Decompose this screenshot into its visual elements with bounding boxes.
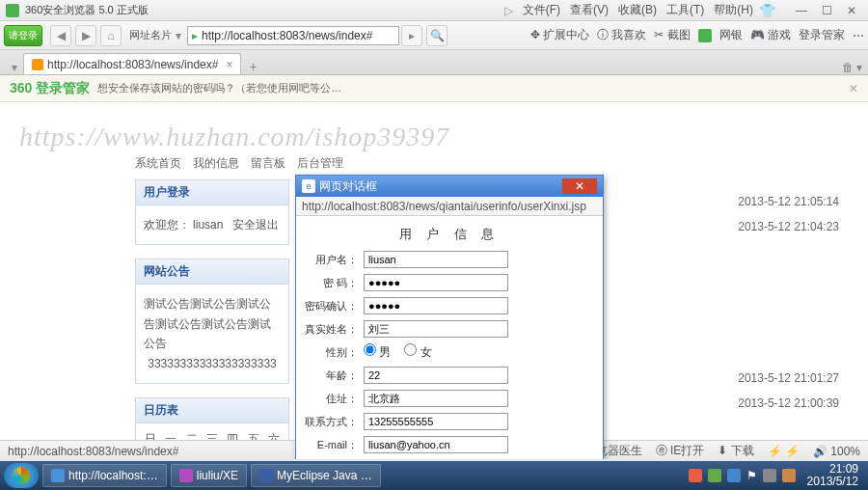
nav-home[interactable]: 系统首页 [135, 155, 181, 172]
lbl-age: 年龄： [304, 368, 364, 383]
maximize-button[interactable]: ☐ [816, 3, 837, 18]
status-download[interactable]: ⬇ 下载 [718, 443, 753, 459]
tray-icon[interactable] [708, 469, 721, 482]
menu-help[interactable]: 帮助(H) [714, 2, 753, 18]
windows-orb-icon [13, 467, 30, 484]
tool-icon[interactable] [698, 29, 712, 42]
home-button[interactable]: ⌂ [100, 25, 122, 46]
timestamp: 2013-5-12 21:04:23 [738, 214, 839, 239]
dialog-url-bar: http://localhost:8083/news/qiantai/useri… [296, 197, 603, 216]
forward-button[interactable]: ▶ [75, 25, 96, 46]
task-myeclipse[interactable]: MyEclipse Java … [251, 464, 381, 487]
login-mgr-close-icon[interactable]: ✕ [849, 82, 858, 95]
ie-icon [51, 469, 65, 482]
search-button[interactable]: 🔍 [426, 25, 448, 46]
panel-login-title: 用户登录 [136, 180, 288, 205]
input-age[interactable] [364, 367, 508, 384]
tool-more-icon[interactable]: ⋯ [853, 29, 864, 42]
system-tray: ⚑ 21:09 2013/5/12 [689, 463, 864, 488]
browser-title-bar: 360安全浏览器 5.0 正式版 ▷ 文件(F) 查看(V) 收藏(B) 工具(… [0, 0, 868, 21]
myeclipse-icon [259, 469, 273, 482]
site-nav: 系统首页 我的信息 留言板 后台管理 [135, 155, 343, 172]
start-button[interactable] [4, 463, 39, 488]
input-tel[interactable] [364, 413, 508, 430]
go-button[interactable]: ▸ [401, 25, 422, 46]
left-column: 用户登录 欢迎您： liusan 安全退出 网站公告 测试公告测试公告测试公告测… [135, 179, 289, 459]
panel-notice-body: 测试公告测试公告测试公告测试公告测试公告测试公告 333333333333333… [136, 285, 288, 383]
dialog-close-button[interactable]: ✕ [562, 178, 597, 194]
status-url: http://localhost:8083/news/index# [8, 445, 178, 458]
status-zoom[interactable]: 🔊 100% [813, 445, 860, 458]
right-column: 2013-5-12 21:05:14 2013-5-12 21:04:23 20… [738, 189, 839, 417]
dialog-body: 用 户 信 息 用户名： 密 码： 密码确认： 真实姓名： 性别： 男 女 年龄… [296, 216, 603, 459]
tray-icon[interactable] [782, 469, 796, 482]
dialog-url-text: http://localhost:8083/news/qiantai/useri… [302, 200, 586, 213]
minimize-button[interactable]: — [791, 3, 812, 18]
input-addr[interactable] [364, 390, 508, 407]
radio-female[interactable]: 女 [404, 343, 431, 361]
status-accel[interactable]: ⚡ ⚡ [768, 445, 800, 458]
tool-game[interactable]: 🎮 游戏 [750, 27, 791, 43]
tab-menu-icon[interactable]: ▾ [12, 61, 17, 74]
welcome-label: 欢迎您： [144, 218, 190, 231]
lbl-sex: 性别： [304, 345, 364, 360]
skin-icon[interactable]: 👕 [759, 3, 775, 18]
task-browser[interactable]: http://localhost:… [42, 464, 167, 487]
nav-myinfo[interactable]: 我的信息 [193, 155, 239, 172]
input-pwd2[interactable] [364, 297, 508, 314]
addr-card-label: 网址名片 [129, 28, 172, 42]
tool-bank[interactable]: 网银 [719, 27, 743, 43]
tray-icon[interactable] [763, 469, 776, 482]
tool-screenshot[interactable]: ✂ 截图 [654, 27, 690, 43]
watermark-text: https://www.huzhan.com/ishop39397 [19, 122, 449, 152]
menu-file[interactable]: 文件(F) [523, 2, 560, 18]
lbl-pwd2: 密码确认： [304, 299, 364, 313]
close-window-button[interactable]: ✕ [841, 3, 862, 18]
menu-arrow-icon[interactable]: ▷ [504, 4, 513, 17]
nav-admin[interactable]: 后台管理 [297, 155, 343, 172]
radio-male[interactable]: 男 [364, 343, 391, 361]
back-button[interactable]: ◀ [50, 25, 71, 46]
panel-notice: 网站公告 测试公告测试公告测试公告测试公告测试公告测试公告 3333333333… [135, 259, 289, 384]
page-content: https://www.huzhan.com/ishop39397 系统首页 我… [0, 102, 868, 459]
panel-login-body: 欢迎您： liusan 安全退出 [136, 205, 288, 244]
lbl-name: 真实姓名： [304, 322, 364, 337]
timestamp: 2013-5-12 21:01:27 [738, 366, 839, 391]
input-name[interactable] [364, 320, 508, 338]
tab-bar: ▾ http://localhost:8083/news/index# × + … [0, 50, 868, 75]
dialog-heading: 用 户 信 息 [304, 226, 595, 243]
tool-login-mgr[interactable]: 登录管家 [799, 27, 845, 43]
addr-dropdown-icon[interactable]: ▾ [176, 29, 181, 42]
tray-clock[interactable]: 21:09 2013/5/12 [801, 463, 864, 488]
new-tab-icon[interactable]: + [249, 59, 257, 74]
nav-msg[interactable]: 留言板 [251, 155, 285, 172]
login-button[interactable]: 请登录 [4, 25, 42, 46]
logout-link[interactable]: 安全退出 [232, 218, 279, 231]
address-bar[interactable]: ▸ http://localhost:8083/news/index# [187, 26, 399, 45]
address-text: http://localhost:8083/news/index# [202, 29, 372, 42]
menu-tools[interactable]: 工具(T) [666, 2, 704, 18]
tab-close-icon[interactable]: × [226, 58, 232, 71]
tool-like[interactable]: ⓘ 我喜欢 [597, 27, 646, 43]
timestamp: 2013-5-12 21:05:14 [738, 189, 839, 214]
tab-active[interactable]: http://localhost:8083/news/index# × [23, 53, 241, 74]
browser-logo-icon [6, 4, 19, 17]
input-user[interactable] [364, 251, 508, 268]
ext-center[interactable]: ✥ 扩展中心 [530, 27, 589, 43]
task-db[interactable]: liuliu/XE [171, 464, 247, 487]
menu-fav[interactable]: 收藏(B) [618, 2, 657, 18]
lbl-tel: 联系方式： [304, 415, 364, 429]
tray-icon[interactable] [689, 469, 702, 482]
panel-calendar-title: 日历表 [136, 398, 288, 423]
notice-text: 测试公告测试公告测试公告测试公告测试公告测试公告 [144, 294, 281, 353]
tray-flag-icon[interactable]: ⚑ [746, 469, 757, 482]
dialog-titlebar[interactable]: e 网页对话框 ✕ [296, 176, 603, 197]
windows-taskbar: http://localhost:… liuliu/XE MyEclipse J… [0, 461, 868, 490]
menu-view[interactable]: 查看(V) [570, 2, 609, 18]
tab-trash-icon[interactable]: 🗑 ▾ [842, 61, 862, 74]
tray-icon[interactable] [727, 469, 741, 482]
input-pwd[interactable] [364, 274, 508, 291]
status-ie[interactable]: ⓔ IE打开 [656, 443, 705, 459]
input-email[interactable] [364, 436, 508, 453]
lbl-email: E-mail： [304, 438, 364, 452]
